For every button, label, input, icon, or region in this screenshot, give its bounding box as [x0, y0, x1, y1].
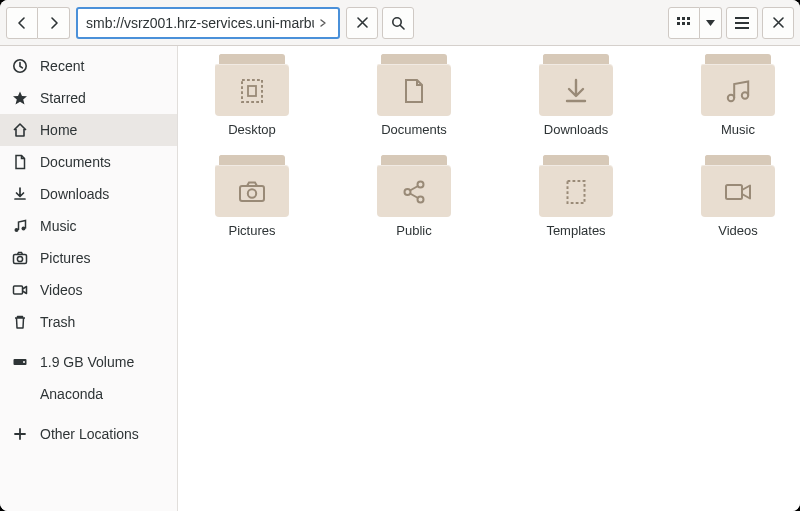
svg-point-22 [418, 182, 424, 188]
folder-icon [701, 155, 775, 217]
sidebar-item-pictures[interactable]: Pictures [0, 242, 177, 274]
sidebar-item-label: Home [40, 122, 77, 138]
main-view[interactable]: Desktop Documents Downloads Music [178, 46, 800, 511]
back-button[interactable] [6, 7, 38, 39]
folder-music[interactable]: Music [688, 54, 788, 137]
sidebar-item-label: Trash [40, 314, 75, 330]
download-icon [539, 76, 613, 106]
view-options-button[interactable] [700, 7, 722, 39]
sidebar-item-label: Downloads [40, 186, 109, 202]
location-close-button[interactable] [346, 7, 378, 39]
location-dropdown-icon[interactable] [314, 18, 332, 28]
sidebar-item-label: Recent [40, 58, 84, 74]
sidebar-item-label: Anaconda [40, 386, 103, 402]
folder-label: Documents [381, 122, 447, 137]
headerbar [0, 0, 800, 46]
svg-rect-3 [687, 17, 690, 20]
sidebar-item-label: Music [40, 218, 77, 234]
sidebar-item-label: 1.9 GB Volume [40, 354, 134, 370]
star-icon [12, 90, 28, 106]
sidebar-item-starred[interactable]: Starred [0, 82, 177, 114]
folder-icon [539, 54, 613, 116]
video-icon [12, 282, 28, 298]
hamburger-menu-button[interactable] [726, 7, 758, 39]
sidebar-item-downloads[interactable]: Downloads [0, 178, 177, 210]
triangle-down-icon [706, 20, 715, 26]
svg-rect-1 [677, 17, 680, 20]
folder-pictures[interactable]: Pictures [202, 155, 302, 238]
nav-group [6, 7, 70, 39]
hamburger-icon [735, 17, 749, 29]
location-input[interactable] [86, 15, 314, 31]
plus-icon [12, 426, 28, 442]
search-button[interactable] [382, 7, 414, 39]
folder-label: Downloads [544, 122, 608, 137]
sidebar-item-documents[interactable]: Documents [0, 146, 177, 178]
svg-point-20 [248, 189, 256, 197]
folder-public[interactable]: Public [364, 155, 464, 238]
svg-rect-12 [14, 286, 23, 294]
sidebar-item-home[interactable]: Home [0, 114, 177, 146]
svg-point-23 [418, 197, 424, 203]
clock-icon [12, 58, 28, 74]
svg-rect-25 [726, 185, 742, 199]
sidebar-item-other-locations[interactable]: Other Locations [0, 418, 177, 450]
view-controls [668, 7, 722, 39]
svg-rect-6 [687, 22, 690, 25]
location-entry[interactable] [76, 7, 340, 39]
chevron-right-icon [48, 17, 60, 29]
folder-icon [377, 155, 451, 217]
template-icon [539, 177, 613, 207]
svg-rect-16 [248, 86, 256, 96]
folder-icon [539, 155, 613, 217]
svg-rect-2 [682, 17, 685, 20]
svg-point-14 [23, 361, 25, 363]
desktop-icon [215, 76, 289, 106]
share-icon [377, 177, 451, 207]
sidebar-item-label: Pictures [40, 250, 91, 266]
sidebar-item-label: Other Locations [40, 426, 139, 442]
folder-label: Desktop [228, 122, 276, 137]
search-icon [391, 16, 405, 30]
folder-label: Public [396, 223, 431, 238]
sidebar-item-videos[interactable]: Videos [0, 274, 177, 306]
folder-documents[interactable]: Documents [364, 54, 464, 137]
drive-icon [12, 354, 28, 370]
video-icon [701, 177, 775, 207]
folder-grid: Desktop Documents Downloads Music [182, 54, 796, 256]
svg-rect-5 [682, 22, 685, 25]
svg-rect-4 [677, 22, 680, 25]
sidebar-item-music[interactable]: Music [0, 210, 177, 242]
svg-rect-24 [568, 181, 585, 203]
sidebar-item-label: Documents [40, 154, 111, 170]
icon-view-button[interactable] [668, 7, 700, 39]
home-icon [12, 122, 28, 138]
svg-point-21 [405, 189, 411, 195]
folder-label: Music [721, 122, 755, 137]
svg-rect-19 [240, 186, 264, 201]
forward-button[interactable] [38, 7, 70, 39]
sidebar-item-label: Starred [40, 90, 86, 106]
document-icon [377, 76, 451, 106]
music-icon [12, 218, 28, 234]
folder-label: Templates [546, 223, 605, 238]
document-icon [12, 154, 28, 170]
folder-desktop[interactable]: Desktop [202, 54, 302, 137]
trash-icon [12, 314, 28, 330]
folder-icon [377, 54, 451, 116]
window-close-button[interactable] [762, 7, 794, 39]
folder-templates[interactable]: Templates [526, 155, 626, 238]
folder-downloads[interactable]: Downloads [526, 54, 626, 137]
sidebar-item-1-9-gb-volume[interactable]: 1.9 GB Volume [0, 346, 177, 378]
sidebar-item-trash[interactable]: Trash [0, 306, 177, 338]
sidebar-item-recent[interactable]: Recent [0, 50, 177, 82]
drive-empty-icon [12, 386, 28, 402]
sidebar-item-anaconda[interactable]: Anaconda [0, 378, 177, 410]
camera-icon [215, 177, 289, 207]
close-icon [773, 17, 784, 28]
svg-point-11 [17, 256, 22, 261]
folder-videos[interactable]: Videos [688, 155, 788, 238]
folder-icon [215, 155, 289, 217]
close-icon [357, 17, 368, 28]
file-manager-window: RecentStarredHomeDocumentsDownloadsMusic… [0, 0, 800, 511]
